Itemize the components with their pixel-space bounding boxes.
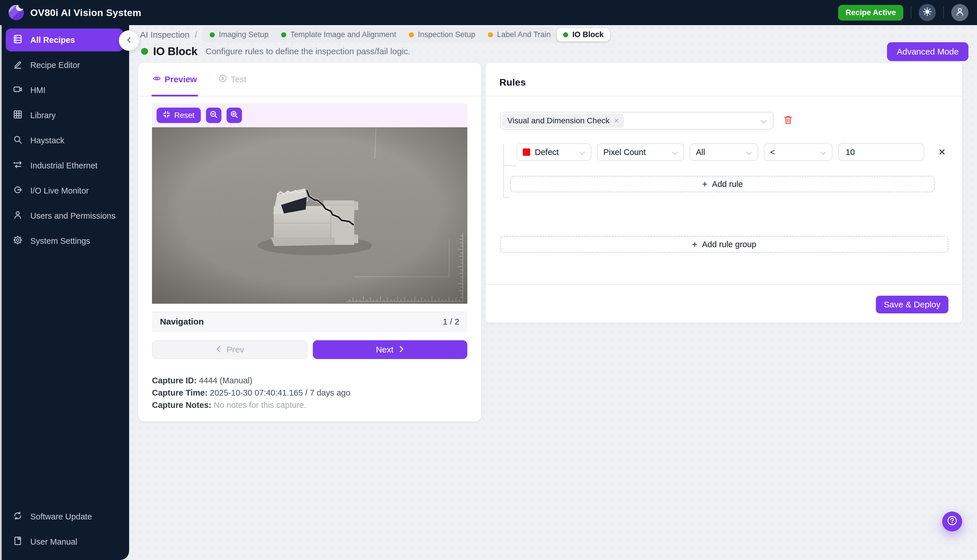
prev-label: Prev [226, 345, 244, 355]
step-io-block[interactable]: IO Block [557, 28, 610, 42]
capture-info: Capture ID: 4444 (Manual) Capture Time: … [152, 375, 467, 411]
step-label-and-train[interactable]: Label And Train [482, 28, 557, 42]
status-dot [409, 32, 414, 37]
sidebar-item-system-settings[interactable]: System Settings [6, 230, 124, 252]
sidebar-item-haystack[interactable]: Haystack [6, 129, 124, 152]
sidebar-item-library[interactable]: Library [6, 104, 124, 127]
chevron-right-icon [398, 345, 404, 355]
sidebar-item-label: Haystack [30, 136, 64, 145]
zoom-out-button[interactable] [206, 108, 221, 123]
sidebar-collapse-button[interactable] [119, 30, 139, 51]
eye-icon [152, 74, 161, 85]
add-rule-button[interactable]: + Add rule [510, 176, 935, 192]
step-label: IO Block [572, 30, 604, 39]
refresh-icon [13, 511, 23, 523]
tab-preview[interactable]: Preview [152, 63, 197, 96]
sidebar-item-user-manual[interactable]: User Manual [6, 530, 124, 553]
user-avatar[interactable] [951, 4, 969, 21]
rule-scope-value: All [696, 148, 705, 157]
rule-metric-value: Pixel Count [603, 148, 646, 157]
rule-threshold-input[interactable] [838, 143, 924, 161]
reset-label: Reset [174, 111, 194, 120]
book-icon [13, 536, 23, 548]
gear-icon [13, 235, 23, 247]
reset-view-button[interactable]: Reset [157, 108, 201, 123]
io-monitor-icon [13, 185, 23, 197]
sidebar-item-label: Library [30, 111, 56, 120]
preview-card: Preview Test Reset [138, 63, 481, 421]
status-dot [210, 32, 215, 37]
sidebar-item-io-live-monitor[interactable]: I/O Live Monitor [6, 179, 124, 202]
tab-test[interactable]: Test [219, 63, 246, 96]
sidebar-item-label: All Recipes [30, 35, 75, 45]
prev-button[interactable]: Prev [152, 340, 308, 359]
sidebar-item-label: Recipe Editor [30, 60, 80, 70]
sidebar-item-label: Software Update [30, 512, 92, 522]
rule-scope-select[interactable]: All [689, 143, 758, 161]
defect-color-swatch [523, 148, 530, 156]
rules-title: Rules [499, 77, 949, 88]
user-icon [13, 210, 23, 222]
next-button[interactable]: Next [313, 340, 467, 359]
divider [943, 6, 944, 19]
chevron-down-icon [820, 148, 826, 157]
tree-connector-tick [504, 165, 517, 166]
capture-time-value: 2025-10-30 07:40:41.165 / 7 days ago [210, 388, 351, 397]
add-rule-label: Add rule [712, 180, 743, 189]
page-subtitle: Configure rules to define the inspection… [206, 47, 410, 56]
inspection-image-canvas[interactable] [152, 127, 467, 304]
sidebar-item-hmi[interactable]: HMI [6, 79, 124, 102]
step-template-image-alignment[interactable]: Template Image and Alignment [275, 28, 403, 42]
capture-id-line: Capture ID: 4444 (Manual) [152, 375, 467, 387]
rule-row: Defect Pixel Count All < ✕ [517, 143, 949, 161]
top-bar: OV80i AI Vision System Recipe Active [0, 0, 977, 25]
edit-icon [13, 59, 23, 72]
rule-operator-select[interactable]: < [764, 143, 832, 161]
sidebar-item-label: System Settings [30, 236, 90, 246]
theme-toggle-button[interactable] [919, 4, 936, 21]
navigation-label: Navigation [160, 317, 204, 327]
capture-id-value: 4444 (Manual) [199, 376, 252, 385]
step-inspection-setup[interactable]: Inspection Setup [403, 28, 482, 42]
add-rule-group-label: Add rule group [702, 240, 756, 249]
save-deploy-button[interactable]: Save & Deploy [876, 296, 949, 313]
capture-time-line: Capture Time: 2025-10-30 07:40:41.165 / … [152, 387, 467, 399]
plus-icon: + [692, 239, 698, 250]
sidebar-item-label: User Manual [30, 537, 77, 547]
play-circle-icon [219, 74, 227, 85]
page-title: IO Block [153, 45, 197, 58]
sidebar-item-recipe-editor[interactable]: Recipe Editor [6, 54, 124, 77]
sidebar-item-industrial-ethernet[interactable]: Industrial Ethernet [6, 154, 124, 177]
chevron-down-icon [579, 148, 585, 157]
sidebar-item-software-update[interactable]: Software Update [6, 505, 124, 528]
chevron-left-icon [126, 36, 132, 45]
sidebar-item-all-recipes[interactable]: All Recipes [6, 28, 124, 52]
rule-target-value: Defect [535, 148, 559, 157]
rule-group-select[interactable]: Visual and Dimension Check × [500, 112, 774, 130]
add-rule-group-button[interactable]: + Add rule group [500, 236, 949, 253]
status-dot [488, 32, 493, 37]
advanced-mode-button[interactable]: Advanced Mode [887, 42, 969, 61]
workflow-stepper: Imaging Setup Template Image and Alignme… [202, 27, 611, 43]
app-logo-icon [8, 5, 24, 20]
rule-target-select[interactable]: Defect [517, 143, 591, 161]
grid-icon [13, 109, 23, 122]
chevron-down-icon [672, 148, 678, 157]
step-label: Imaging Setup [219, 30, 269, 39]
breadcrumb-root[interactable]: AI Inspection [140, 30, 189, 40]
rule-metric-select[interactable]: Pixel Count [597, 143, 684, 161]
recipe-status-badge[interactable]: Recipe Active [838, 5, 903, 20]
remove-tag-icon[interactable]: × [614, 116, 619, 125]
step-imaging-setup[interactable]: Imaging Setup [203, 28, 275, 42]
help-button[interactable] [942, 512, 962, 532]
delete-group-button[interactable] [783, 115, 793, 127]
capture-id-label: Capture ID: [152, 376, 197, 385]
zoom-in-button[interactable] [226, 108, 242, 123]
chevron-down-icon [746, 148, 752, 157]
rule-operator-value: < [770, 148, 775, 157]
remove-rule-button[interactable]: ✕ [938, 148, 946, 157]
sidebar-item-label: I/O Live Monitor [30, 186, 89, 195]
sidebar-item-users-permissions[interactable]: Users and Permissions [6, 204, 124, 227]
sun-icon [923, 7, 932, 18]
tree-connector-tick [504, 198, 510, 198]
